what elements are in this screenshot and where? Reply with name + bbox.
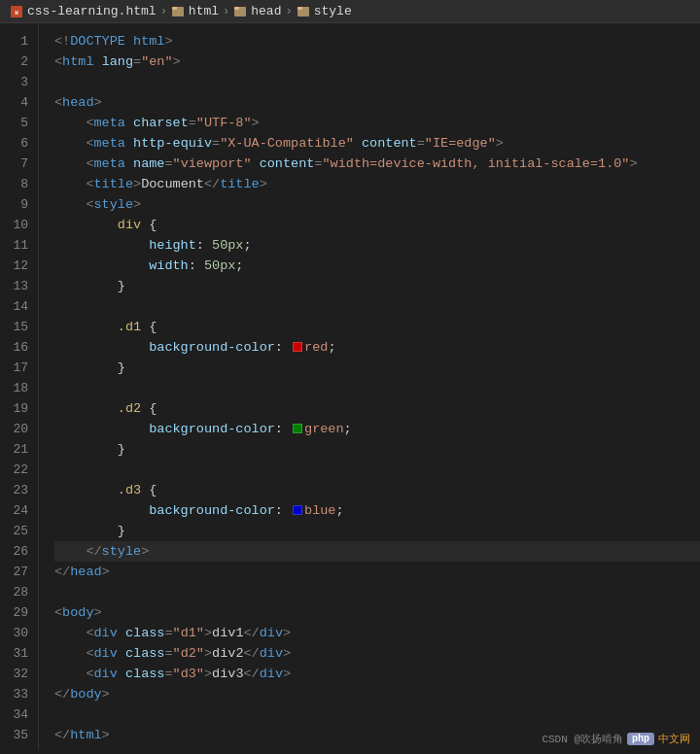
line-num-14: 14 [0,296,38,317]
code-line-19: .d2 { [54,398,700,419]
line-num-22: 22 [0,460,38,480]
line-num-34: 34 [0,704,38,725]
code-line-13: } [54,276,700,296]
line-num-29: 29 [0,602,38,623]
line-num-4: 4 [0,92,38,113]
line-num-10: 10 [0,215,38,235]
code-line-9: <style> [54,194,700,215]
line-num-17: 17 [0,358,38,378]
svg-text:H: H [15,10,18,17]
breadcrumb-style-label: style [314,4,352,18]
line-num-13: 13 [0,276,38,296]
folder-html-icon [171,5,185,18]
line-num-6: 6 [0,133,38,154]
code-line-14 [54,296,700,317]
code-line-25: } [54,521,700,541]
line-num-8: 8 [0,174,38,194]
editor: 1 2 3 4 5 6 7 8 9 10 11 12 13 14 15 16 1… [0,23,700,750]
breadcrumb-item-head[interactable]: head [233,4,281,18]
watermark: CSDN @吹扬啃角 php 中文网 [542,732,690,746]
line-num-5: 5 [0,113,38,133]
line-num-25: 25 [0,521,38,541]
line-num-31: 31 [0,643,38,664]
color-swatch-red [293,342,302,352]
code-line-27: </head> [54,562,700,582]
cn-label: 中文网 [658,732,690,746]
csdn-label: CSDN @吹扬啃角 [542,732,623,746]
breadcrumb-item-style[interactable]: style [297,4,352,18]
code-line-7: <meta name="viewport" content="width=dev… [54,154,700,174]
breadcrumb-head-label: head [251,4,281,18]
code-line-4: <head> [54,92,700,113]
code-line-21: } [54,439,700,460]
code-line-32: <div class="d3">div3</div> [54,664,700,684]
line-num-20: 20 [0,419,38,439]
code-line-8: <title>Document</title> [54,174,700,194]
html-file-icon: H [10,5,23,18]
code-line-11: height: 50px; [54,235,700,256]
breadcrumb-sep-2: › [223,5,229,18]
code-line-28 [54,582,700,602]
line-num-33: 33 [0,684,38,704]
line-num-21: 21 [0,439,38,460]
breadcrumb-sep-3: › [285,5,292,18]
code-line-12: width: 50px; [54,256,700,276]
line-num-24: 24 [0,500,38,521]
breadcrumb-sep-1: › [160,5,167,18]
line-num-23: 23 [0,480,38,500]
line-num-16: 16 [0,337,38,358]
code-line-24: background-color: blue; [54,500,700,521]
line-num-15: 15 [0,317,38,337]
code-line-3 [54,72,700,92]
line-num-3: 3 [0,72,38,92]
code-line-31: <div class="d2">div2</div> [54,643,700,664]
svg-rect-5 [234,7,239,10]
code-line-22 [54,460,700,480]
code-line-18 [54,378,700,398]
code-line-20: background-color: green; [54,419,700,439]
code-line-26: </style> [54,541,700,562]
line-num-2: 2 [0,51,38,72]
line-num-30: 30 [0,623,38,643]
code-line-34 [54,704,700,725]
code-line-30: <div class="d1">div1</div> [54,623,700,643]
line-num-18: 18 [0,378,38,398]
code-line-5: <meta charset="UTF-8"> [54,113,700,133]
svg-rect-3 [172,7,177,10]
line-num-9: 9 [0,194,38,215]
svg-rect-7 [298,7,302,10]
line-num-11: 11 [0,235,38,256]
code-line-6: <meta http-equiv="X-UA-Compatible" conte… [54,133,700,154]
breadcrumb-item-file[interactable]: H css-learning.html [10,4,157,18]
line-num-35: 35 [0,725,38,745]
line-num-26: 26 [0,541,38,562]
code-line-15: .d1 { [54,317,700,337]
line-num-28: 28 [0,582,38,602]
code-line-1: <!DOCTYPE html> [54,31,700,51]
code-line-10: div { [54,215,700,235]
code-line-17: } [54,358,700,378]
php-badge: php [627,733,654,745]
color-swatch-green [293,424,302,433]
code-line-16: background-color: red; [54,337,700,358]
breadcrumb-item-html[interactable]: html [171,4,219,18]
breadcrumb-html-label: html [189,4,219,18]
code-line-33: </body> [54,684,700,704]
line-num-19: 19 [0,398,38,419]
code-line-29: <body> [54,602,700,623]
breadcrumb: H css-learning.html › html › head › styl… [0,0,700,23]
folder-head-icon [233,5,247,18]
code-area[interactable]: <!DOCTYPE html> <html lang="en"> <head> … [39,23,700,750]
line-num-32: 32 [0,664,38,684]
line-num-12: 12 [0,256,38,276]
breadcrumb-filename: css-learning.html [27,4,157,18]
line-num-1: 1 [0,31,38,51]
color-swatch-blue [293,505,302,515]
folder-style-icon [297,5,310,18]
code-line-2: <html lang="en"> [54,51,700,72]
code-line-23: .d3 { [54,480,700,500]
line-num-7: 7 [0,154,38,174]
line-num-27: 27 [0,562,38,582]
line-numbers: 1 2 3 4 5 6 7 8 9 10 11 12 13 14 15 16 1… [0,23,39,750]
